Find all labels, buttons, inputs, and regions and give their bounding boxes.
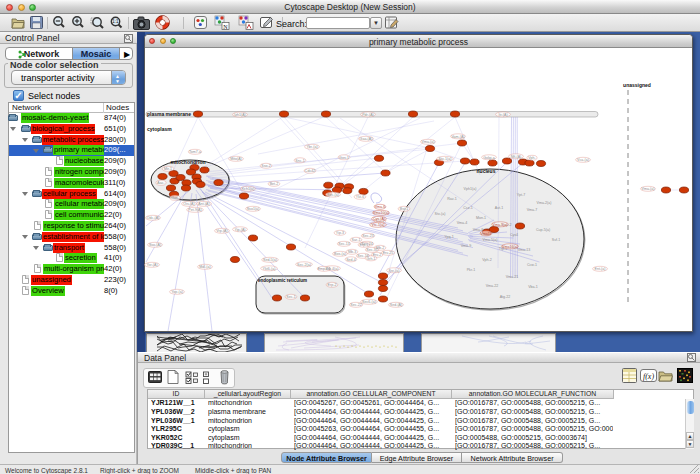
svg-text:nucleus: nucleus [477,168,496,174]
svg-text:Yor-(A): Yor-(A) [146,263,157,267]
svg-text:Kch1(a): Kch1(a) [242,187,255,191]
svg-text:plasma membrane: plasma membrane [147,111,191,117]
svg-text:Vma-(a): Vma-(a) [422,140,435,144]
svg-text:Sec-31: Sec-31 [366,248,377,252]
svg-text:Sec-13: Sec-13 [338,242,349,246]
svg-text:Bet-2: Bet-2 [270,182,279,186]
svg-text:Vma-13: Vma-13 [518,248,531,252]
svg-text:Ybr-(a): Ybr-(a) [306,145,317,149]
svg-text:Stv-1(a): Stv-1(a) [439,157,452,161]
svg-text:Cdc42: Cdc42 [305,169,315,173]
svg-text:Yip-3: Yip-3 [336,231,344,235]
svg-text:Vma-22: Vma-22 [486,284,499,288]
svg-text:Vma-21: Vma-21 [506,275,519,279]
svg-text:cytoplasm: cytoplasm [147,126,172,132]
svg-text:Vma-2(a): Vma-2(a) [537,201,552,205]
svg-text:Aac-: Aac- [157,181,165,185]
svg-text:endoplasmic reticulum: endoplasmic reticulum [258,278,307,283]
svg-text:Yhm-: Yhm- [171,196,180,200]
svg-text:Cys-(A): Cys-(A) [373,217,385,221]
svg-text:Srv-(a): Srv-(a) [389,269,400,273]
svg-text:Yop-(a): Yop-(a) [171,290,183,294]
svg-text:Sar-1: Sar-1 [352,238,361,242]
svg-text:Emp-24: Emp-24 [318,267,331,271]
svg-text:Erp-2: Erp-2 [328,283,337,287]
svg-text:Yip-(A): Yip-(A) [234,228,245,232]
svg-text:Itr-(A): Itr-(A) [498,113,507,117]
svg-text:Sec-(a): Sec-(a) [327,193,339,197]
svg-text:Avt-1: Avt-1 [495,206,503,210]
svg-text:Sso1(a): Sso1(a) [247,207,260,211]
svg-text:Vtc-1(a): Vtc-1(a) [372,223,385,227]
svg-text:Mon-1: Mon-1 [476,216,486,220]
svg-text:Gos-1: Gos-1 [339,156,349,160]
svg-text:Stv-(a): Stv-(a) [435,212,446,216]
svg-text:Ant-(A): Ant-(A) [198,202,209,206]
svg-text:Ykt6-(a): Ykt6-(a) [263,267,276,271]
svg-text:Rav-1: Rav-1 [447,197,457,201]
svg-text:Ent-(a): Ent-(a) [595,267,606,271]
svg-text:Nft-(A): Nft-(A) [511,155,522,159]
svg-text:Pet-9(A): Pet-9(A) [188,208,201,212]
svg-text:Vma-9: Vma-9 [461,244,472,248]
svg-text:Svf-1: Svf-1 [552,238,560,242]
svg-text:f(x): f(x) [643,372,654,381]
svg-text:Vba-1: Vba-1 [528,285,538,289]
svg-text:Sec-23: Sec-23 [362,234,373,238]
svg-text:Vma10(a): Vma10(a) [373,211,389,215]
svg-text:Snc-1: Snc-1 [295,159,304,163]
svg-text:Tom7-a: Tom7-a [189,150,201,154]
svg-text:1:1: 1:1 [112,19,119,24]
svg-text:Vma-4: Vma-4 [457,221,468,225]
svg-text:Sfb-3: Sfb-3 [348,250,357,254]
svg-text:Vca-(a): Vca-(a) [577,158,589,162]
svg-text:Ois-(A): Ois-(A) [183,202,194,206]
svg-text:Vma11: Vma11 [480,232,491,236]
svg-text:Vma-3(a): Vma-3(a) [493,223,508,227]
svg-text:Vma16(a): Vma16(a) [502,245,518,249]
svg-text:Vma-5(a): Vma-5(a) [483,238,498,242]
svg-text:Pdr-(A): Pdr-(A) [362,113,374,117]
svg-text:mitochondrion: mitochondrion [171,159,206,165]
svg-text:Sec-2(a): Sec-2(a) [297,263,311,267]
svg-text:Mito(A): Mito(A) [230,157,242,161]
svg-text:Gaa-(A): Gaa-(A) [360,137,373,141]
svg-text:Erv-25: Erv-25 [383,251,394,255]
svg-text:Izh1(A): Izh1(A) [234,113,246,117]
svg-text:Vph-2: Vph-2 [482,258,492,262]
svg-text:Odc-(A): Odc-(A) [147,216,160,220]
svg-text:Pkr-1: Pkr-1 [467,268,476,272]
svg-text:Cup-5(a): Cup-5(a) [536,228,550,232]
svg-text:Vma-6: Vma-6 [375,205,386,209]
svg-text:Sec6-(a): Sec6-(a) [362,300,376,304]
svg-text:Ykt-6: Ykt-6 [356,195,364,199]
svg-text:Sed-(A): Sed-(A) [390,303,402,307]
svg-text:Vph1(a): Vph1(a) [464,187,477,191]
svg-text:unassigned: unassigned [623,82,651,88]
svg-text:Sed-5(a): Sed-5(a) [263,258,277,262]
svg-text:Bos-(a): Bos-(a) [334,252,346,256]
svg-text:Sso-2: Sso-2 [261,164,270,168]
svg-text:Mir-1: Mir-1 [164,167,172,171]
svg-text:Mdl-(a): Mdl-(a) [199,265,210,269]
svg-text:Vph-: Vph- [528,156,536,160]
svg-text:N: N [223,24,228,30]
svg-text:Atg-22: Atg-22 [500,295,511,299]
svg-text:Sed-4: Sed-4 [346,258,356,262]
svg-text:Sso-(A): Sso-(A) [149,243,161,247]
svg-text:Bst-1: Bst-1 [400,207,408,211]
svg-text:Vma-(a): Vma-(a) [642,187,655,191]
svg-text:Vma-7: Vma-7 [527,208,538,212]
svg-text:Sec-22: Sec-22 [350,303,361,307]
svg-text:Cys4: Cys4 [510,233,518,237]
svg-text:Golgi-a: Golgi-a [483,156,495,160]
svg-text:Grh-1: Grh-1 [366,257,375,261]
svg-text:Sec-1: Sec-1 [286,295,295,299]
svg-text:Vrp-(A): Vrp-(A) [216,229,227,233]
svg-text:Ypt-7: Ypt-7 [517,193,525,197]
svg-text:Ypq-1: Ypq-1 [444,235,453,239]
svg-text:Vam-(A): Vam-(A) [451,135,464,139]
svg-text:Ccz-1: Ccz-1 [463,206,472,210]
svg-text:Erp-1: Erp-1 [360,243,369,247]
svg-text:Ccw-1: Ccw-1 [527,263,537,267]
